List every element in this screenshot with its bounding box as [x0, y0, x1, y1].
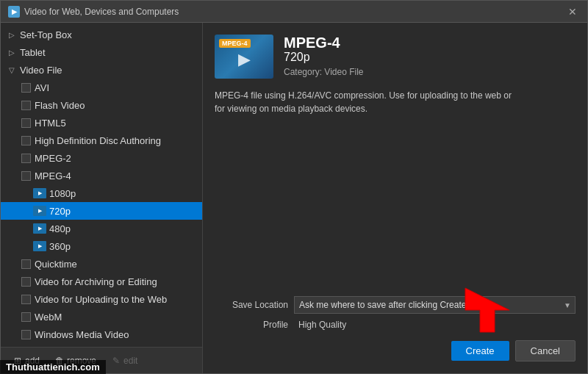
video-icon-1080p: ▶	[33, 188, 46, 198]
tree-item-1080p[interactable]: ▶ 1080p	[1, 184, 202, 202]
checkbox-webm[interactable]	[21, 312, 31, 322]
left-panel: ▷ Set-Top Box ▷ Tablet ▽ Video File AVI	[1, 23, 203, 373]
checkbox-windows-media[interactable]	[21, 330, 31, 339]
tree-label-mpeg4: MPEG-4	[35, 170, 71, 181]
tree-view[interactable]: ▷ Set-Top Box ▷ Tablet ▽ Video File AVI	[1, 23, 202, 347]
tree-label-480p: 480p	[49, 223, 71, 234]
edit-icon: ✎	[111, 356, 121, 366]
tree-item-mpeg2[interactable]: MPEG-2	[1, 149, 202, 167]
save-location-select[interactable]: Ask me where to save after clicking Crea…	[294, 296, 576, 314]
tree-item-video-file[interactable]: ▽ Video File	[1, 61, 202, 79]
checkbox-avi[interactable]	[21, 83, 31, 93]
tree-label-video-archiving: Video for Archiving or Editing	[35, 276, 157, 287]
right-panel: MPEG-4 ▶ MPEG-4 720p Category: Video Fil…	[203, 23, 587, 373]
tree-item-avi[interactable]: AVI	[1, 79, 202, 96]
tree-label-tablet: Tablet	[20, 47, 46, 58]
tree-label-flash-video: Flash Video	[35, 100, 85, 111]
mpeg4-badge: MPEG-4	[219, 39, 251, 48]
checkbox-mpeg2[interactable]	[21, 154, 31, 163]
save-location-label: Save Location	[215, 300, 288, 310]
tree-item-flash-video[interactable]: Flash Video	[1, 96, 202, 114]
tree-item-mpeg4[interactable]: MPEG-4	[1, 167, 202, 184]
tree-item-720p[interactable]: ▶ 720p	[1, 202, 202, 220]
expand-icon: ▷	[7, 29, 17, 40]
format-thumbnail: MPEG-4 ▶	[215, 35, 273, 79]
edit-button[interactable]: ✎ edit	[105, 353, 143, 368]
tree-label-set-top-box: Set-Top Box	[20, 29, 72, 40]
title-bar: ▶ Video for Web, Devices and Computers ✕	[1, 1, 587, 23]
tree-label-windows-media: Windows Media Video	[35, 329, 129, 340]
tree-item-hd-disc[interactable]: High Definition Disc Authoring	[1, 132, 202, 149]
checkbox-mpeg4[interactable]	[21, 171, 31, 181]
button-row: Create Cancel	[215, 340, 576, 362]
red-arrow-indicator	[458, 284, 517, 338]
expand-icon: ▷	[7, 47, 17, 57]
tree-item-set-top-box[interactable]: ▷ Set-Top Box	[1, 26, 202, 43]
tree-item-html5[interactable]: HTML5	[1, 114, 202, 132]
window-icon: ▶	[8, 6, 20, 18]
tree-label-1080p: 1080p	[49, 188, 76, 199]
format-description: MPEG-4 file using H.264/AVC compression.…	[215, 89, 523, 115]
create-button[interactable]: Create	[451, 341, 509, 361]
cancel-button[interactable]: Cancel	[515, 340, 576, 362]
format-category: Category: Video File	[284, 67, 364, 77]
format-resolution: 720p	[284, 51, 364, 64]
expand-icon-video-file: ▽	[7, 65, 17, 75]
tree-label-avi: AVI	[35, 82, 49, 93]
tree-label-720p: 720p	[49, 206, 71, 217]
window-title: Video for Web, Devices and Computers	[24, 7, 565, 17]
tree-label-video-uploading: Video for Uploading to the Web	[35, 294, 167, 305]
close-button[interactable]: ✕	[565, 4, 580, 19]
checkbox-video-uploading[interactable]	[21, 295, 31, 304]
save-location-wrapper: Ask me where to save after clicking Crea…	[294, 296, 576, 314]
play-icon: ▶	[238, 50, 251, 69]
tree-label-video-file: Video File	[20, 65, 62, 76]
tree-item-video-uploading[interactable]: Video for Uploading to the Web	[1, 290, 202, 308]
video-icon-480p: ▶	[33, 223, 46, 234]
tree-item-360p[interactable]: ▶ 360p	[1, 237, 202, 255]
tree-item-tablet[interactable]: ▷ Tablet	[1, 43, 202, 61]
main-window: ▶ Video for Web, Devices and Computers ✕…	[0, 0, 588, 374]
tree-item-windows-media[interactable]: Windows Media Video	[1, 326, 202, 343]
tree-label-quicktime: Quicktime	[35, 259, 77, 270]
format-info: MPEG-4 720p Category: Video File	[284, 35, 364, 77]
tree-label-webm: WebM	[35, 312, 62, 323]
checkbox-hd-disc[interactable]	[21, 136, 31, 145]
tree-item-video-archiving[interactable]: Video for Archiving or Editing	[1, 273, 202, 290]
profile-label: Profile	[215, 320, 288, 330]
save-location-row: Save Location Ask me where to save after…	[215, 296, 576, 314]
tree-item-480p[interactable]: ▶ 480p	[1, 220, 202, 237]
checkbox-quicktime[interactable]	[21, 259, 31, 269]
watermark: Thuthuattienich.com	[0, 360, 106, 374]
tree-label-html5: HTML5	[35, 118, 66, 129]
tree-item-quicktime[interactable]: Quicktime	[1, 255, 202, 273]
format-title: MPEG-4	[284, 35, 364, 51]
tree-label-360p: 360p	[49, 241, 71, 252]
svg-marker-0	[465, 288, 509, 332]
video-icon-720p: ▶	[33, 206, 46, 216]
content-area: ▷ Set-Top Box ▷ Tablet ▽ Video File AVI	[1, 23, 587, 373]
profile-row: Profile High Quality	[215, 320, 576, 330]
checkbox-html5[interactable]	[21, 118, 31, 128]
tree-label-mpeg2: MPEG-2	[35, 153, 71, 164]
format-header: MPEG-4 ▶ MPEG-4 720p Category: Video Fil…	[215, 35, 576, 79]
tree-item-webm[interactable]: WebM	[1, 308, 202, 326]
checkbox-video-archiving[interactable]	[21, 277, 31, 287]
checkbox-flash-video[interactable]	[21, 101, 31, 110]
form-area: Save Location Ask me where to save after…	[215, 296, 576, 330]
edit-label: edit	[123, 356, 137, 366]
tree-label-hd-disc: High Definition Disc Authoring	[35, 135, 161, 146]
video-icon-360p: ▶	[33, 241, 46, 251]
profile-value: High Quality	[294, 320, 576, 330]
